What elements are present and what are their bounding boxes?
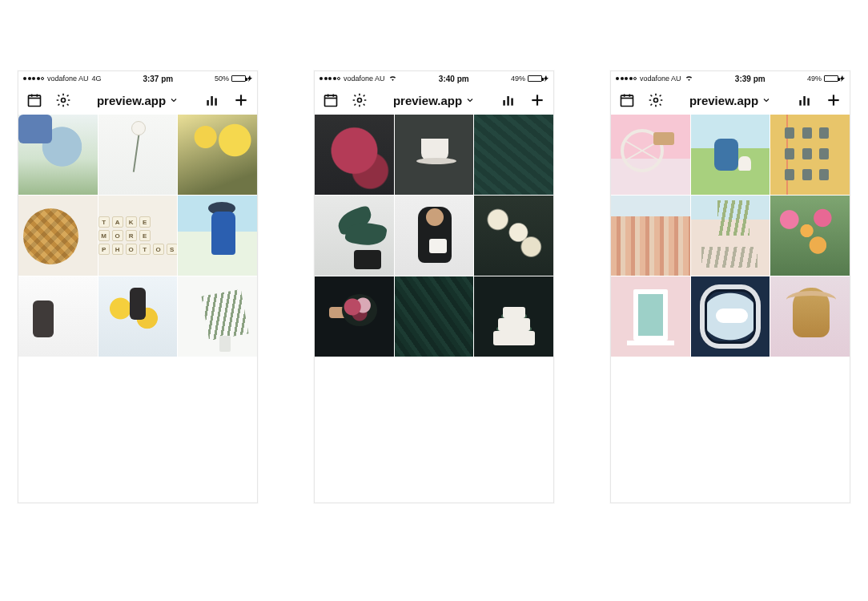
svg-rect-5 (207, 100, 209, 106)
add-icon[interactable] (826, 92, 842, 108)
grid-tile[interactable] (691, 196, 770, 276)
analytics-icon[interactable] (797, 92, 813, 108)
svg-rect-15 (503, 100, 505, 106)
feed-grid: TAKE MORE PHOTOS (18, 115, 257, 357)
feed-grid (611, 115, 850, 357)
grid-tile[interactable] (770, 115, 850, 195)
status-bar: vodafone AU 4G 3:37 pm 50% (18, 71, 257, 86)
svg-point-4 (62, 99, 66, 103)
empty-area (18, 357, 257, 502)
svg-rect-6 (211, 96, 213, 106)
svg-point-24 (654, 99, 658, 103)
phone-screenshot-3: vodafone AU 3:39 pm 49% preview. (610, 71, 850, 503)
account-switcher[interactable]: preview.app (97, 94, 179, 107)
signal-dots-icon (616, 77, 637, 80)
grid-tile[interactable] (611, 115, 690, 195)
app-toolbar: preview.app (611, 86, 850, 115)
account-title-label: preview.app (97, 94, 166, 107)
stage: vodafone AU 4G 3:37 pm 50% (0, 0, 868, 601)
svg-rect-10 (325, 95, 337, 106)
grid-tile[interactable] (395, 115, 474, 195)
clock-label: 3:37 pm (143, 75, 173, 83)
grid-tile[interactable] (98, 115, 178, 195)
grid-tile[interactable] (315, 115, 394, 195)
grid-tile[interactable] (770, 196, 850, 276)
svg-rect-25 (799, 100, 802, 106)
signal-dots-icon (319, 77, 340, 80)
status-bar: vodafone AU 3:39 pm 49% (611, 71, 850, 86)
grid-tile[interactable] (691, 115, 770, 195)
grid-tile[interactable] (611, 196, 690, 276)
grid-tile[interactable] (474, 276, 553, 357)
clock-label: 3:39 pm (735, 75, 766, 83)
account-switcher[interactable]: preview.app (689, 94, 771, 107)
calendar-icon[interactable] (619, 92, 635, 108)
battery-pct-label: 49% (511, 75, 525, 83)
battery-icon (824, 75, 845, 82)
gear-icon[interactable] (648, 92, 664, 108)
grid-tile[interactable] (178, 115, 257, 195)
clock-label: 3:40 pm (439, 75, 469, 83)
grid-tile[interactable] (18, 276, 98, 357)
svg-rect-7 (215, 99, 217, 106)
svg-rect-27 (807, 99, 810, 106)
svg-point-14 (358, 99, 362, 103)
battery-pct-label: 49% (807, 75, 822, 83)
calendar-icon[interactable] (26, 92, 42, 108)
grid-tile[interactable] (18, 115, 98, 195)
grid-tile[interactable] (611, 276, 690, 357)
grid-tile[interactable] (474, 196, 553, 276)
analytics-icon[interactable] (500, 92, 516, 108)
gear-icon[interactable] (55, 92, 71, 108)
phone-screenshot-2: vodafone AU 3:40 pm 49% preview. (314, 71, 554, 503)
add-icon[interactable] (233, 92, 249, 108)
battery-icon (231, 75, 252, 82)
feed-grid (315, 115, 553, 357)
empty-area (611, 357, 850, 502)
account-title-label: preview.app (689, 94, 758, 107)
account-switcher[interactable]: preview.app (393, 94, 475, 107)
grid-tile[interactable] (18, 196, 98, 276)
svg-rect-20 (621, 95, 633, 106)
carrier-label: vodafone AU (344, 75, 385, 83)
wifi-icon (685, 75, 693, 83)
network-label: 4G (92, 75, 102, 83)
grid-tile[interactable] (691, 276, 770, 357)
grid-tile[interactable] (178, 196, 257, 276)
chevron-down-icon (169, 95, 179, 105)
svg-rect-17 (511, 99, 513, 106)
scrabble-letters: TAKE MORE PHOTOS (98, 216, 178, 255)
account-title-label: preview.app (393, 94, 462, 107)
app-toolbar: preview.app (18, 86, 257, 115)
empty-area (315, 357, 553, 502)
grid-tile[interactable] (315, 196, 394, 276)
analytics-icon[interactable] (204, 92, 220, 108)
carrier-label: vodafone AU (640, 75, 681, 83)
svg-rect-16 (507, 96, 509, 106)
grid-tile[interactable] (178, 276, 257, 357)
grid-tile[interactable] (474, 115, 553, 195)
svg-rect-0 (29, 95, 41, 106)
carrier-label: vodafone AU (47, 75, 89, 83)
grid-tile[interactable] (315, 276, 394, 357)
app-toolbar: preview.app (315, 86, 553, 115)
calendar-icon[interactable] (323, 92, 339, 108)
signal-dots-icon (23, 77, 44, 80)
grid-tile[interactable] (395, 276, 474, 357)
grid-tile[interactable] (770, 276, 850, 357)
battery-pct-label: 50% (215, 75, 229, 83)
grid-tile[interactable]: TAKE MORE PHOTOS (98, 196, 178, 276)
gear-icon[interactable] (352, 92, 368, 108)
chevron-down-icon (465, 95, 475, 105)
status-bar: vodafone AU 3:40 pm 49% (315, 71, 553, 86)
phone-screenshot-1: vodafone AU 4G 3:37 pm 50% (18, 71, 258, 503)
wifi-icon (388, 75, 397, 83)
grid-tile[interactable] (395, 196, 474, 276)
grid-tile[interactable] (98, 276, 178, 357)
svg-rect-26 (803, 96, 806, 106)
chevron-down-icon (762, 95, 771, 105)
add-icon[interactable] (529, 92, 545, 108)
battery-icon (528, 75, 549, 82)
